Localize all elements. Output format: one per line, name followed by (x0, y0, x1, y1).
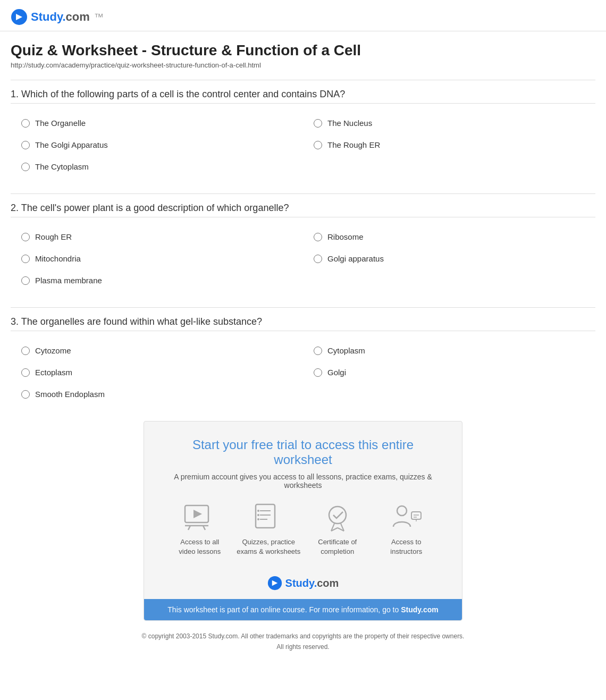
question-2: 2. The cell's power plant is a good desc… (11, 203, 595, 291)
main-content: Quiz & Worksheet - Structure & Function … (0, 31, 606, 663)
option-q2-ribosome[interactable]: Ribosome (303, 226, 595, 248)
feature-instructors: Access toinstructors (374, 502, 438, 556)
quizzes-icon (251, 502, 285, 532)
question-1-text: 1. Which of the following parts of a cel… (11, 89, 595, 104)
label-q1a: The Organelle (35, 119, 86, 128)
question-1-options: The Organelle The Nucleus The Golgi Appa… (11, 112, 595, 178)
page-url: http://study.com/academy/practice/quiz-w… (11, 61, 595, 69)
video-icon (183, 502, 217, 532)
promo-footer-link[interactable]: Study.com (401, 605, 439, 614)
radio-q2b[interactable] (314, 233, 322, 241)
radio-q1e[interactable] (21, 163, 30, 171)
label-q3a: Cytozome (35, 346, 71, 355)
feature-quizzes-label: Quizzes, practiceexams & worksheets (237, 537, 300, 556)
label-q1c: The Golgi Apparatus (35, 140, 108, 149)
study-logo-icon (11, 9, 28, 26)
option-q3-smooth[interactable]: Smooth Endoplasm (11, 383, 595, 405)
radio-q3e[interactable] (21, 390, 30, 399)
copyright-line1: © copyright 2003-2015 Study.com. All oth… (11, 631, 595, 642)
radio-q3a[interactable] (21, 347, 30, 355)
radio-q1d[interactable] (314, 141, 322, 149)
radio-q2c[interactable] (21, 255, 30, 263)
divider-3 (11, 307, 595, 308)
radio-q1c[interactable] (21, 141, 30, 149)
certificate-icon (321, 502, 355, 532)
label-q1b: The Nucleus (327, 119, 372, 128)
svg-point-13 (257, 518, 259, 520)
svg-marker-3 (193, 510, 202, 518)
question-1: 1. Which of the following parts of a cel… (11, 89, 595, 178)
option-q2-plasma[interactable]: Plasma membrane (11, 269, 595, 291)
promo-study-logo: Study.com (165, 567, 441, 599)
option-q3-cytozome[interactable]: Cytozome (11, 340, 303, 361)
label-q3e: Smooth Endoplasm (35, 390, 105, 399)
option-q3-golgi[interactable]: Golgi (303, 361, 595, 383)
promo-footer-text: This worksheet is part of an online cour… (167, 605, 399, 614)
svg-point-12 (257, 514, 259, 516)
radio-q3c[interactable] (21, 368, 30, 377)
promo-footer: This worksheet is part of an online cour… (144, 599, 462, 620)
option-q1-nucleus[interactable]: The Nucleus (303, 112, 595, 134)
question-3-text: 3. The organelles are found within what … (11, 316, 595, 331)
promo-box: Start your free trial to access this ent… (144, 421, 462, 621)
label-q2b: Ribosome (327, 232, 364, 241)
logo-text: Study.com (31, 10, 90, 24)
svg-rect-20 (411, 512, 421, 519)
copyright: © copyright 2003-2015 Study.com. All oth… (11, 631, 595, 652)
feature-quizzes: Quizzes, practiceexams & worksheets (237, 502, 300, 556)
option-q2-golgi[interactable]: Golgi apparatus (303, 248, 595, 269)
question-3: 3. The organelles are found within what … (11, 316, 595, 405)
svg-point-11 (257, 510, 259, 512)
label-q2d: Golgi apparatus (327, 254, 384, 263)
option-q3-ectoplasm[interactable]: Ectoplasm (11, 361, 303, 383)
option-q2-rougher[interactable]: Rough ER (11, 226, 303, 248)
label-q2e: Plasma membrane (35, 276, 102, 285)
feature-instructors-label: Access toinstructors (390, 537, 422, 556)
svg-rect-7 (256, 504, 275, 528)
logo: Study.com ™ (11, 9, 595, 26)
radio-q1b[interactable] (314, 119, 322, 128)
question-2-options: Rough ER Ribosome Mitochondria Golgi app… (11, 226, 595, 291)
radio-q3b[interactable] (314, 347, 322, 355)
feature-certificate: Certificate ofcompletion (306, 502, 369, 556)
feature-video-label: Access to allvideo lessons (179, 537, 221, 556)
header: Study.com ™ (0, 0, 606, 31)
copyright-line2: All rights reserved. (11, 642, 595, 652)
radio-q2e[interactable] (21, 276, 30, 285)
radio-q2a[interactable] (21, 233, 30, 241)
label-q3d: Golgi (327, 368, 346, 377)
option-q1-rougher[interactable]: The Rough ER (303, 134, 595, 156)
option-q1-cytoplasm[interactable]: The Cytoplasm (11, 156, 595, 178)
radio-q1a[interactable] (21, 119, 30, 128)
promo-subtitle: A premium account gives you access to al… (165, 473, 441, 490)
option-q1-organelle[interactable]: The Organelle (11, 112, 303, 134)
label-q1e: The Cytoplasm (35, 162, 89, 171)
option-q3-cytoplasm[interactable]: Cytoplasm (303, 340, 595, 361)
radio-q2d[interactable] (314, 255, 322, 263)
label-q1d: The Rough ER (327, 140, 380, 149)
promo-logo-text: Study.com (285, 577, 339, 589)
svg-point-14 (329, 507, 346, 524)
question-3-options: Cytozome Cytoplasm Ectoplasm Golgi Smoot… (11, 340, 595, 405)
logo-trademark: ™ (94, 12, 104, 23)
page-title: Quiz & Worksheet - Structure & Function … (11, 42, 595, 59)
feature-video: Access to allvideo lessons (168, 502, 232, 556)
option-q2-mitochondria[interactable]: Mitochondria (11, 248, 303, 269)
label-q3c: Ectoplasm (35, 368, 72, 377)
divider-1 (11, 80, 595, 80)
features-row: Access to allvideo lessons Quizzes, pra (165, 502, 441, 556)
feature-certificate-label: Certificate ofcompletion (318, 537, 357, 556)
promo-title: Start your free trial to access this ent… (165, 437, 441, 467)
label-q2c: Mitochondria (35, 254, 81, 263)
radio-q3d[interactable] (314, 368, 322, 377)
label-q3b: Cytoplasm (327, 346, 365, 355)
label-q2a: Rough ER (35, 232, 72, 241)
svg-point-19 (397, 506, 407, 516)
divider-2 (11, 193, 595, 194)
promo-logo-icon (267, 576, 282, 591)
instructors-icon (389, 502, 423, 532)
question-2-text: 2. The cell's power plant is a good desc… (11, 203, 595, 217)
option-q1-golgi[interactable]: The Golgi Apparatus (11, 134, 303, 156)
